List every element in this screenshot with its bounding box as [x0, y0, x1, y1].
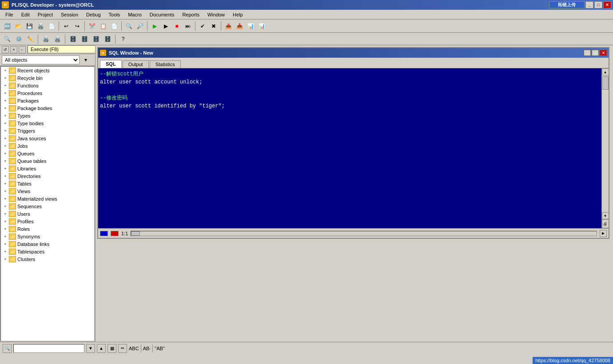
add-tree-btn[interactable]: + [10, 46, 17, 53]
next-btn[interactable]: ⏭ [183, 21, 193, 32]
print2-tb-btn[interactable]: 🖨️ [52, 34, 63, 44]
tree-container[interactable]: + 📁 Recent objects + 📁 Recycle bin + 📁 F… [0, 66, 95, 341]
print-btn[interactable]: 🖨️ [35, 21, 46, 32]
tree-item-queue-tables[interactable]: + 📁 Queue tables [1, 157, 94, 165]
menu-debug[interactable]: Debug [83, 11, 104, 18]
refresh-tree-btn[interactable]: ↺ [2, 46, 9, 53]
filter-btn[interactable]: ▾ [80, 55, 91, 65]
tree-item-queues[interactable]: + 📁 Queues [1, 150, 94, 157]
menu-documents[interactable]: Documents [146, 11, 178, 18]
import-btn[interactable]: 📥 [234, 21, 245, 32]
tree-item-profiles[interactable]: + 📁 Profiles [1, 218, 94, 225]
table-btn[interactable]: 📊 [245, 21, 256, 32]
expand-types[interactable]: + [2, 112, 9, 119]
tree-item-synonyms[interactable]: + 📁 Synonyms [1, 233, 94, 240]
expand-recycle[interactable]: + [2, 75, 9, 82]
tree-item-mat-views[interactable]: + 📁 Materialized views [1, 195, 94, 202]
open-btn[interactable]: 📂 [13, 21, 24, 32]
expand-clusters[interactable]: + [2, 256, 9, 263]
tree-item-sequences[interactable]: + 📁 Sequences [1, 202, 94, 210]
expand-profiles[interactable]: + [2, 218, 9, 225]
expand-users[interactable]: + [2, 210, 9, 218]
minimize-btn[interactable]: _ [585, 1, 593, 8]
menu-macro[interactable]: Macro [124, 11, 145, 18]
tree-item-package-bodies[interactable]: + 📁 Package bodies [1, 104, 94, 112]
edit-tb-btn[interactable]: ✏️ [25, 34, 36, 44]
expand-roles[interactable]: + [2, 226, 9, 233]
tree-item-libraries[interactable]: + 📁 Libraries [1, 165, 94, 172]
expand-sequences[interactable]: + [2, 203, 9, 210]
menu-reports[interactable]: Reports [179, 11, 203, 18]
tree-item-roles[interactable]: + 📁 Roles [1, 225, 94, 233]
tab-sql[interactable]: SQL [100, 60, 122, 68]
search-tb-btn[interactable]: 🔍 [2, 34, 12, 44]
db2-btn[interactable]: 🗄️ [79, 34, 90, 44]
print-side-btn[interactable]: 🖨 [602, 219, 609, 228]
find-btn[interactable]: 🔍 [123, 21, 134, 32]
search-grid-btn[interactable]: ▦ [107, 344, 116, 353]
tree-item-packages[interactable]: + 📁 Packages [1, 97, 94, 104]
stop-btn[interactable]: ■ [171, 21, 182, 32]
expand-jobs[interactable]: + [2, 142, 9, 150]
sql-close-btn[interactable]: ✕ [600, 50, 607, 56]
search-down-btn[interactable]: ▼ [86, 344, 95, 353]
expand-java-sources[interactable]: + [2, 135, 9, 142]
expand-synonyms[interactable]: + [2, 233, 9, 240]
expand-directories[interactable]: + [2, 173, 9, 180]
settings-tb-btn[interactable]: ⚙️ [13, 34, 24, 44]
expand-tables[interactable]: + [2, 180, 9, 187]
expand-mat-views[interactable]: + [2, 195, 9, 202]
scroll-down-arrow[interactable]: ▼ [602, 212, 609, 219]
expand-tablespaces[interactable]: + [2, 248, 9, 255]
tree-item-tablespaces[interactable]: + 📁 Tablespaces [1, 248, 94, 255]
tree-item-triggers[interactable]: + 📁 Triggers [1, 127, 94, 135]
expand-type-bodies[interactable]: + [2, 120, 9, 127]
tree-item-directories[interactable]: + 📁 Directories [1, 172, 94, 180]
scroll-thumb[interactable] [602, 76, 609, 90]
tree-item-functions[interactable]: + 📁 Functions [1, 82, 94, 89]
menu-window[interactable]: Window [204, 11, 228, 18]
tree-item-users[interactable]: + 📁 Users [1, 210, 94, 218]
back-tree-btn[interactable]: ← [19, 46, 26, 53]
tree-item-recent[interactable]: + 📁 Recent objects [1, 67, 94, 74]
expand-functions[interactable]: + [2, 82, 9, 89]
tree-item-tables[interactable]: + 📁 Tables [1, 180, 94, 187]
tree-item-java-sources[interactable]: + 📁 Java sources [1, 135, 94, 142]
sql-restore-btn[interactable]: □ [592, 50, 599, 56]
expand-views[interactable]: + [2, 188, 9, 195]
search-input[interactable] [13, 344, 84, 353]
tree-item-procedures[interactable]: + 📁 Procedures [1, 89, 94, 97]
sql-hscroll[interactable] [131, 231, 597, 236]
copy-btn[interactable]: 📋 [98, 21, 108, 32]
compare-btn[interactable]: 📊 [256, 21, 267, 32]
print-tb-btn[interactable]: 🖨️ [40, 34, 51, 44]
tab-statistics[interactable]: Statistics [150, 60, 181, 68]
maximize-btn[interactable]: □ [594, 1, 602, 8]
tree-item-db-links[interactable]: + 📁 Database links [1, 240, 94, 248]
cut-btn[interactable]: ✂️ [87, 21, 97, 32]
tab-output[interactable]: Output [123, 60, 149, 68]
tree-item-recycle[interactable]: + 📁 Recycle bin [1, 74, 94, 82]
expand-procedures[interactable]: + [2, 90, 9, 97]
db3-btn[interactable]: 🗄️ [91, 34, 101, 44]
expand-queue-tables[interactable]: + [2, 158, 9, 165]
close-badge-btn[interactable]: 拓链上传 [549, 1, 585, 8]
tree-item-jobs[interactable]: + 📁 Jobs [1, 142, 94, 150]
tree-item-type-bodies[interactable]: + 📁 Type bodies [1, 119, 94, 127]
hscroll-right-btn[interactable]: ▶ [600, 230, 607, 237]
expand-libraries[interactable]: + [2, 165, 9, 172]
rollback-btn[interactable]: ✖ [208, 21, 219, 32]
sql-minimize-btn[interactable]: _ [584, 50, 591, 56]
search-edit-btn[interactable]: ✏ [118, 344, 127, 353]
help-tb-btn[interactable]: ? [118, 34, 128, 44]
search-up-btn[interactable]: ▲ [97, 344, 106, 353]
redo-btn[interactable]: ↪ [72, 21, 83, 32]
sql-editor[interactable]: --解锁scott用户 alter user scott account unl… [98, 68, 601, 228]
search-combo-btn[interactable]: 🔍 [3, 344, 12, 353]
obj-filter-select[interactable]: All objects My objects [2, 55, 80, 64]
undo-btn[interactable]: ↩ [61, 21, 72, 32]
run2-btn[interactable]: ▶ [160, 21, 171, 32]
expand-triggers[interactable]: + [2, 127, 9, 135]
save-btn[interactable]: 💾 [24, 21, 35, 32]
menu-session[interactable]: Session [57, 11, 82, 18]
